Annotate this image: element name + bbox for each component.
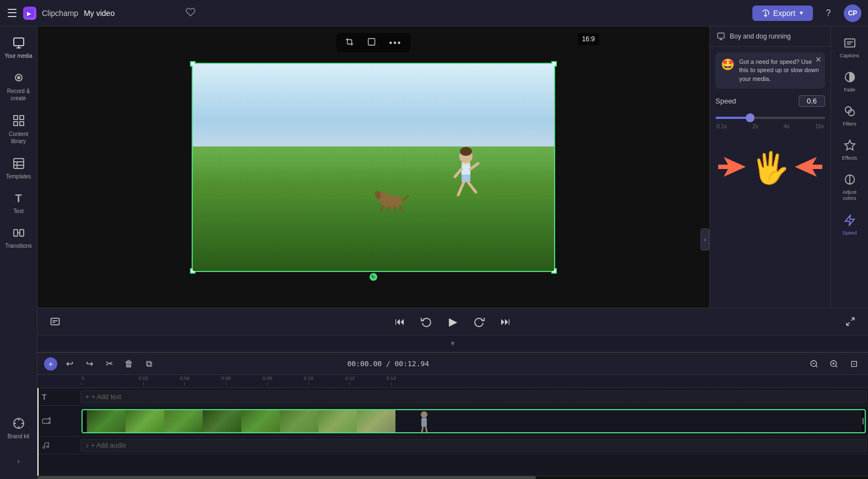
left-sidebar: Your media Record &create Contentlibrary… (0, 26, 37, 479)
sidebar-item-brand-kit[interactable]: Brand kit (2, 411, 35, 444)
svg-rect-15 (20, 230, 24, 236)
user-avatar[interactable]: CP (844, 4, 861, 22)
more-options-button[interactable]: ••• (385, 35, 406, 50)
sidebar-item-templates[interactable]: Templates (2, 151, 35, 184)
effects-icon (842, 138, 858, 153)
audio-track-label (37, 442, 79, 449)
menu-button[interactable] (7, 8, 18, 19)
video-frame[interactable]: ↻ (192, 63, 555, 272)
sidebar-item-text[interactable]: T Text (2, 186, 35, 219)
filters-icon (842, 104, 858, 119)
svg-rect-21 (462, 175, 470, 182)
skip-back-button[interactable]: ⏮ (391, 313, 409, 330)
add-clip-button[interactable]: + (44, 357, 57, 371)
total-time: 00:12.94 (395, 360, 430, 368)
rewind-button[interactable] (417, 313, 435, 330)
fit-timeline-button[interactable]: ⊡ (846, 356, 861, 372)
speed-tooltip: 🤩 Got a need for speed? Use this to spee… (715, 52, 825, 89)
timeline-scrollbar[interactable] (37, 476, 868, 479)
subtitles-button[interactable] (46, 313, 64, 330)
sidebar-item-your-media[interactable]: Your media (2, 31, 35, 63)
ruler-mark-5: 0:10 (288, 375, 329, 385)
right-panel-effects[interactable]: Effects (831, 133, 869, 165)
skip-forward-button[interactable]: ⏭ (497, 313, 514, 330)
speed-cursor-illustration: 🖐️ (715, 140, 825, 195)
svg-rect-36 (718, 33, 724, 38)
svg-text:▶: ▶ (27, 10, 31, 17)
svg-point-23 (460, 147, 472, 156)
right-panel-filters[interactable]: Filters (831, 99, 869, 131)
cursor-hand-icon: 🖐️ (751, 150, 790, 186)
time-display: 00:00.00 / 00:12.94 (347, 360, 429, 368)
sidebar-label-text: Text (13, 208, 23, 214)
help-button[interactable]: ? (820, 4, 837, 22)
svg-line-31 (381, 206, 383, 211)
sidebar-collapse-button[interactable]: › (14, 448, 23, 475)
export-button[interactable]: Export ▼ (752, 6, 813, 21)
add-audio-button[interactable]: ♪ + Add audio (85, 442, 126, 449)
tooltip-text: Got a need for speed? Use this to speed … (739, 58, 820, 83)
timeline-collapse-divider[interactable]: ▼ (37, 335, 868, 352)
add-text-button[interactable]: + + Add text (85, 393, 121, 401)
svg-line-53 (851, 318, 854, 320)
current-time: 00:00.00 (347, 360, 382, 368)
undo-button[interactable]: ↩ (62, 356, 77, 372)
text-icon: T (11, 190, 26, 206)
svg-rect-38 (718, 165, 730, 169)
right-panel-fade[interactable]: Fade (831, 65, 869, 97)
redo-button[interactable]: ↪ (82, 356, 97, 372)
video-clip[interactable] (82, 409, 866, 433)
resize-button[interactable] (363, 35, 381, 50)
ruler-mark-2: 0:04 (164, 375, 205, 385)
thumb-8 (357, 410, 395, 432)
sidebar-label-your-media: Your media (4, 53, 32, 59)
audio-track-content[interactable]: ♪ + Add audio (79, 437, 868, 454)
delete-button[interactable]: 🗑 (121, 356, 137, 372)
speed-slider[interactable] (715, 117, 825, 119)
svg-line-27 (468, 182, 476, 192)
fast-forward-button[interactable] (470, 313, 488, 330)
svg-rect-8 (14, 122, 18, 126)
tooltip-close-button[interactable]: ✕ (815, 56, 822, 63)
video-title-input[interactable] (84, 9, 180, 18)
text-track-content[interactable]: + + Add text (79, 388, 868, 405)
rotate-handle[interactable]: ↻ (370, 273, 377, 281)
crop-button[interactable] (341, 35, 359, 50)
svg-rect-18 (368, 39, 375, 45)
save-status-icon[interactable] (186, 7, 196, 19)
app-name: Clipchamp (42, 9, 78, 18)
topbar-right: Export ▼ ? CP (752, 4, 861, 22)
center-panel: ••• 16:9 (37, 26, 868, 479)
duplicate-button[interactable]: ⧉ (141, 356, 156, 372)
zoom-out-button[interactable] (806, 356, 822, 372)
right-panel-adjust-colors[interactable]: Adjustcolors (831, 167, 869, 206)
sidebar-item-content-library[interactable]: Contentlibrary (2, 108, 35, 149)
play-pause-button[interactable]: ▶ (444, 313, 462, 330)
clip-right-handle[interactable] (860, 410, 865, 432)
add-audio-area[interactable]: ♪ + Add audio (80, 439, 867, 452)
right-panel-speed[interactable]: Speed (831, 208, 869, 240)
arrow-right-icon (795, 156, 822, 180)
zoom-in-button[interactable] (826, 356, 842, 372)
sidebar-item-record-create[interactable]: Record &create (2, 66, 35, 106)
right-panel-captions[interactable]: Captions (831, 31, 869, 63)
your-media-icon (11, 35, 26, 51)
transitions-icon (11, 225, 26, 241)
sidebar-item-transitions[interactable]: Transitions (2, 221, 35, 253)
scroll-thumb[interactable] (37, 476, 536, 479)
adjust-colors-label: Adjustcolors (843, 189, 856, 202)
record-create-icon (11, 70, 26, 85)
timeline-content: 0 0:02 0:04 0:06 (37, 375, 868, 479)
add-text-area[interactable]: + + Add text (80, 390, 867, 404)
fullscreen-button[interactable] (842, 313, 859, 330)
playback-controls: ⏮ ▶ ⏭ (37, 308, 868, 335)
speed-value-input[interactable] (799, 95, 825, 107)
svg-point-67 (43, 446, 45, 448)
filters-label: Filters (843, 121, 856, 127)
video-track-content[interactable] (79, 408, 868, 434)
clip-left-handle[interactable] (83, 410, 87, 432)
timeline-tracks: T + + Add text (37, 388, 868, 476)
cut-button[interactable]: ✂ (101, 356, 117, 372)
topbar: ▶ Clipchamp Export ▼ ? CP (0, 0, 868, 26)
svg-line-25 (470, 164, 478, 169)
